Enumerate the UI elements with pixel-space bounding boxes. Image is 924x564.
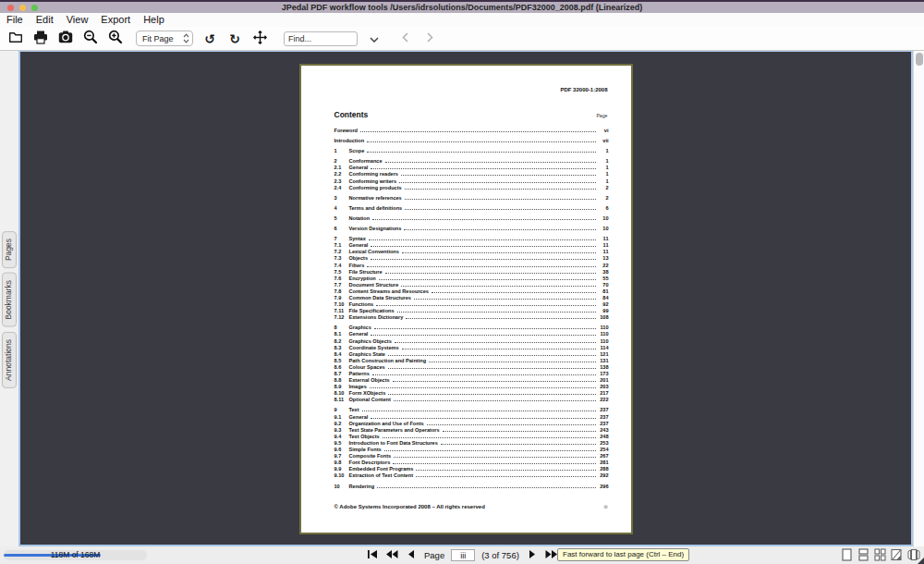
toc-row: 6Version Designations10 — [334, 226, 609, 232]
rotate-right-button[interactable]: ↻ — [226, 31, 243, 47]
toc-row: 5Notation10 — [334, 215, 609, 222]
maximize-button[interactable] — [31, 5, 38, 11]
menu-file[interactable]: File — [6, 13, 23, 27]
zoom-mode-select[interactable]: Fit Page — [136, 31, 193, 46]
toc-row: 2.3Conforming writers1 — [334, 178, 609, 185]
main-area: Pages Bookmarks Annotations PDF 32000-1:… — [0, 51, 924, 546]
toc-row: 9.9Embedded Font Programs288 — [334, 466, 609, 472]
find-input[interactable] — [284, 31, 358, 46]
toc-row: 4Terms and definitions6 — [334, 205, 609, 212]
sidebar-tab-pages[interactable]: Pages — [2, 231, 17, 268]
rewind-icon — [385, 548, 398, 562]
toc: ForewordviIntroductionvii1Scope12Conform… — [334, 128, 609, 494]
rotate-left-button[interactable]: ↺ — [201, 31, 218, 47]
sidebar-tabstrip: Pages Bookmarks Annotations — [0, 51, 18, 546]
toc-row: 10Rendering296 — [334, 484, 609, 490]
page-number-input[interactable] — [451, 549, 475, 561]
layout-single-page-button[interactable] — [841, 549, 853, 562]
window-titlebar: JPedal PDF workflow tools /Users/idrsolu… — [0, 0, 924, 13]
toc-row: 9Text237 — [334, 407, 609, 413]
scrollbar-thumb[interactable] — [916, 53, 923, 66]
menu-edit[interactable]: Edit — [36, 13, 54, 27]
app-window: JPedal PDF workflow tools /Users/idrsolu… — [0, 0, 924, 564]
contents-heading: Contents — [334, 110, 369, 119]
open-file-button[interactable] — [7, 31, 24, 47]
chevron-right-icon — [427, 32, 433, 45]
toc-row: 9.8Font Descriptors281 — [334, 460, 609, 466]
next-result-button[interactable] — [421, 31, 438, 47]
first-page-button[interactable] — [366, 549, 379, 562]
facing-pages-icon — [891, 548, 903, 564]
document-viewport[interactable]: PDF 32000-1:2008 Contents Page Forewordv… — [18, 51, 913, 546]
toc-row: 2.2Conforming readers1 — [334, 171, 609, 178]
zoom-mode-value: Fit Page — [142, 34, 174, 43]
rewind-button[interactable] — [385, 549, 398, 562]
toc-row: 8Graphics110 — [334, 325, 609, 331]
sidebar-tab-annotations[interactable]: Annotations — [2, 332, 17, 388]
next-page-icon — [529, 548, 536, 562]
memory-progress: 118M of 168M — [4, 550, 147, 560]
printer-icon — [33, 31, 48, 47]
rotate-counterclockwise-icon: ↺ — [204, 32, 215, 45]
snapshot-button[interactable] — [57, 31, 74, 47]
minimize-button[interactable] — [19, 5, 26, 11]
page-count: (3 of 756) — [481, 550, 519, 560]
toc-row: 8.6Colour Spaces138 — [334, 364, 609, 371]
vertical-scrollbar[interactable] — [913, 51, 924, 546]
memory-label: 118M of 168M — [4, 550, 147, 560]
toc-row: 9.3Text State Parameters and Operators24… — [334, 427, 609, 434]
layout-continuous-button[interactable] — [857, 549, 869, 562]
toc-row: 9.5Introduction to Font Data Structures2… — [334, 440, 609, 447]
toc-row: 8.3Coordinate Systems114 — [334, 345, 609, 351]
toc-row: 8.7Patterns173 — [334, 371, 609, 377]
toc-row: 2.4Conforming products2 — [334, 185, 609, 191]
continuous-pages-icon — [858, 548, 869, 564]
single-page-icon — [842, 548, 852, 564]
toc-row: 7.8Content Streams and Resources81 — [334, 288, 609, 295]
toc-row: 9.10Extraction of Text Content292 — [334, 472, 609, 479]
layout-continuous-facing-button[interactable] — [874, 549, 886, 562]
toc-row: 9.6Simple Fonts254 — [334, 447, 609, 453]
toc-row: 8.9Images203 — [334, 384, 609, 390]
magnifier-minus-icon — [83, 30, 98, 47]
zoom-out-button[interactable] — [82, 31, 99, 47]
toc-row: 1Scope1 — [334, 148, 609, 154]
toc-row: 7.6Encryption55 — [334, 276, 609, 282]
page-column-label: Page — [596, 113, 607, 118]
menu-help[interactable]: Help — [143, 13, 164, 27]
fast-forward-button[interactable] — [545, 549, 558, 562]
close-button[interactable] — [7, 5, 14, 11]
toc-row: 7.3Objects13 — [334, 255, 609, 262]
toc-row: 9.2Organization and Use of Fonts237 — [334, 421, 609, 427]
chevron-down-icon — [370, 31, 379, 45]
camera-icon — [58, 31, 73, 46]
statusbar: 118M of 168M Page (3 of 756) — [0, 546, 924, 564]
next-page-button[interactable] — [526, 549, 539, 562]
folio-number: iii — [604, 504, 608, 509]
pan-tool-button[interactable] — [251, 31, 268, 47]
toc-row: 7.10Functions92 — [334, 301, 609, 308]
previous-page-button[interactable] — [405, 549, 418, 562]
copyright-line: © Adobe Systems Incorporated 2008 – All … — [334, 504, 485, 509]
sidebar-tab-bookmarks[interactable]: Bookmarks — [2, 273, 17, 327]
pdf-page: PDF 32000-1:2008 Contents Page Forewordv… — [299, 64, 633, 534]
toc-row: 7.4Filters22 — [334, 263, 609, 269]
layout-facing-button[interactable] — [891, 549, 903, 562]
toc-row: 7.7Document Structure70 — [334, 282, 609, 288]
toc-row: 8.5Path Construction and Painting131 — [334, 358, 609, 364]
search-options-button[interactable] — [366, 31, 383, 47]
continuous-facing-icon — [874, 548, 886, 564]
zoom-in-button[interactable] — [107, 31, 124, 47]
toc-row: 3Normative references2 — [334, 195, 609, 202]
pdf-header-text: PDF 32000-1:2008 — [560, 87, 607, 92]
fast-forward-icon — [545, 548, 558, 562]
menu-view[interactable]: View — [67, 13, 89, 27]
window-title: JPedal PDF workflow tools /Users/idrsolu… — [282, 2, 643, 13]
toolbar: Fit Page ↺ ↻ — [0, 27, 924, 51]
previous-result-button[interactable] — [396, 31, 413, 47]
print-button[interactable] — [32, 31, 49, 47]
page-navigation: Page (3 of 756) — [366, 548, 578, 562]
tooltip: Fast forward to last page (Ctrl – End) — [557, 548, 689, 561]
menu-export[interactable]: Export — [101, 13, 130, 27]
resize-grip[interactable] — [918, 558, 924, 564]
